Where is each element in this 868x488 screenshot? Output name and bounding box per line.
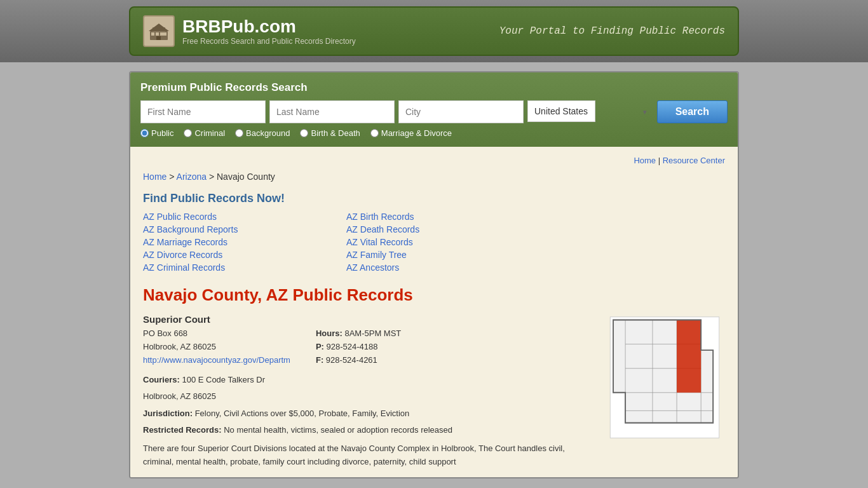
az-ancestors-link[interactable]: AZ Ancestors (346, 262, 524, 273)
svg-rect-7 (156, 36, 161, 40)
court-left: PO Box 668 Holbrook, AZ 86025 http://www… (143, 327, 290, 367)
az-vital-records-link[interactable]: AZ Vital Records (346, 237, 524, 247)
radio-row: Public Criminal Background Birth & Death… (140, 128, 728, 138)
court-website-link[interactable]: http://www.navajocountyaz.gov/Departm (143, 355, 290, 365)
az-public-records-link[interactable]: AZ Public Records (143, 212, 321, 222)
resource-center-link[interactable]: Resource Center (663, 156, 725, 165)
header: BRBPub.com Free Records Search and Publi… (129, 6, 739, 56)
breadcrumb-home[interactable]: Home (143, 172, 166, 182)
map-section (604, 314, 725, 443)
jurisdiction-text: Felony, Civil Actions over $5,000, Proba… (195, 409, 410, 418)
top-links: Home | Resource Center (143, 156, 725, 165)
country-select[interactable]: United States (527, 100, 595, 122)
restricted-label: Restricted Records: (143, 425, 222, 435)
court-website: http://www.navajocountyaz.gov/Departm (143, 354, 290, 367)
site-subtitle: Free Records Search and Public Records D… (182, 37, 356, 46)
top-links-separator: | (658, 156, 663, 165)
search-button[interactable]: Search (657, 100, 728, 123)
info-section: Superior Court PO Box 668 Holbrook, AZ 8… (143, 314, 592, 468)
couriers-label: Couriers: (143, 375, 180, 384)
body-text: There are four Superior Court Divisions … (143, 442, 592, 469)
restricted-info: Restricted Records: No mental health, vi… (143, 423, 592, 437)
az-divorce-records-link[interactable]: AZ Divorce Records (143, 250, 321, 260)
court-fax: F: 928-524-4261 (316, 354, 401, 367)
search-row: United States Search (140, 100, 728, 123)
site-title: BRBPub.com (182, 17, 356, 37)
home-top-link[interactable]: Home (634, 156, 656, 165)
svg-rect-6 (163, 32, 166, 36)
radio-marriage-divorce[interactable]: Marriage & Divorce (370, 128, 452, 138)
jurisdiction-label: Jurisdiction: (143, 409, 193, 418)
info-map-row: Superior Court PO Box 668 Holbrook, AZ 8… (143, 314, 725, 468)
header-tagline: Your Portal to Finding Public Records (499, 25, 725, 37)
radio-birth-death[interactable]: Birth & Death (300, 128, 360, 138)
breadcrumb-sep1: > (169, 172, 176, 182)
az-background-reports-link[interactable]: AZ Background Reports (143, 224, 321, 234)
country-wrapper: United States (527, 100, 653, 123)
court-info-row: PO Box 668 Holbrook, AZ 86025 http://www… (143, 327, 592, 367)
court-hours: Hours: 8AM-5PM MST (316, 327, 401, 341)
building-icon (147, 20, 170, 43)
court-phone: P: 928-524-4188 (316, 341, 401, 354)
couriers-city: Holbrook, AZ 86025 (143, 390, 592, 403)
main-wrapper: Premium Public Records Search United Sta… (129, 71, 739, 478)
court-name: Superior Court (143, 314, 592, 325)
couriers-address: 100 E Code Talkers Dr (182, 375, 265, 384)
last-name-input[interactable] (269, 100, 395, 123)
city-input[interactable] (398, 100, 524, 123)
az-marriage-records-link[interactable]: AZ Marriage Records (143, 237, 321, 247)
logo-area: BRBPub.com Free Records Search and Publi… (143, 15, 356, 47)
breadcrumb: Home > Arizona > Navajo County (143, 172, 725, 182)
radio-criminal[interactable]: Criminal (184, 128, 225, 138)
county-title: Navajo County, AZ Public Records (143, 285, 725, 305)
az-family-tree-link[interactable]: AZ Family Tree (346, 250, 524, 260)
radio-public[interactable]: Public (140, 128, 173, 138)
logo-icon (143, 15, 175, 47)
az-birth-records-link[interactable]: AZ Birth Records (346, 212, 524, 222)
az-state-map (604, 314, 725, 441)
breadcrumb-state[interactable]: Arizona (177, 172, 207, 182)
find-records-title: Find Public Records Now! (143, 192, 725, 205)
svg-rect-4 (156, 32, 159, 36)
breadcrumb-sep2: > (209, 172, 217, 182)
jurisdiction-info: Jurisdiction: Felony, Civil Actions over… (143, 407, 592, 421)
breadcrumb-county: Navajo County (217, 172, 275, 182)
court-address1: PO Box 668 (143, 327, 290, 341)
search-section: Premium Public Records Search United Sta… (130, 72, 738, 147)
court-address2: Holbrook, AZ 86025 (143, 341, 290, 354)
content-area: Home | Resource Center Home > Arizona > … (130, 147, 738, 477)
couriers-info: Couriers: 100 E Code Talkers Dr (143, 373, 592, 387)
first-name-input[interactable] (140, 100, 266, 123)
svg-rect-5 (160, 32, 163, 36)
svg-marker-2 (149, 24, 169, 31)
logo-text: BRBPub.com Free Records Search and Publi… (182, 17, 356, 46)
find-records: Find Public Records Now! AZ Public Recor… (143, 192, 725, 273)
links-grid: AZ Public Records AZ Birth Records AZ Ba… (143, 212, 524, 273)
radio-background[interactable]: Background (235, 128, 290, 138)
svg-rect-3 (151, 32, 154, 36)
court-right: Hours: 8AM-5PM MST P: 928-524-4188 F: 92… (316, 327, 401, 367)
svg-rect-20 (677, 320, 701, 393)
header-wrapper: BRBPub.com Free Records Search and Publi… (0, 0, 868, 62)
search-title: Premium Public Records Search (140, 81, 728, 94)
az-death-records-link[interactable]: AZ Death Records (346, 224, 524, 234)
az-criminal-records-link[interactable]: AZ Criminal Records (143, 262, 321, 273)
restricted-text: No mental health, victims, sealed or ado… (224, 425, 452, 435)
